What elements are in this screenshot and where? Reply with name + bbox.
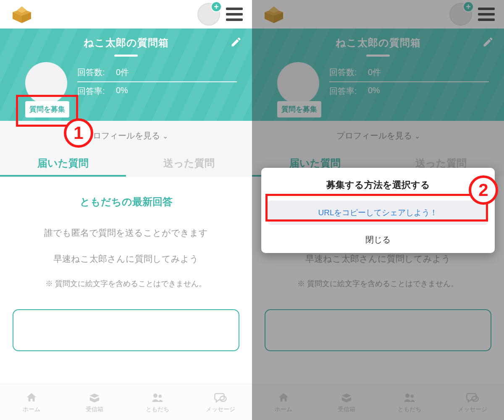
friends-icon	[150, 391, 165, 404]
body-text: 誰でも匿名で質問を送ることができます 早速ねこ太郎さんに質問してみよう ※ 質問…	[0, 224, 252, 300]
svg-point-4	[153, 394, 158, 398]
share-method-modal: 募集する方法を選択する URLをコピーしてシェアしよう！ 閉じる	[261, 168, 495, 253]
profile-avatar[interactable]	[25, 62, 67, 104]
bottom-nav: ホーム 受信箱 ともだち メッセージ	[0, 384, 252, 420]
hero-divider	[114, 55, 138, 57]
friends-latest-title: ともだちの最新回答	[0, 177, 252, 224]
answers-label: 回答数:	[77, 67, 110, 78]
nav-message[interactable]: メッセージ	[189, 384, 252, 420]
app-logo-icon[interactable]	[9, 4, 34, 25]
plus-icon: +	[211, 1, 222, 12]
home-icon	[24, 391, 39, 404]
question-tabs: 届いた質問 送った質問	[0, 151, 252, 177]
edit-icon[interactable]	[230, 36, 242, 50]
chevron-down-icon: ⌄	[163, 133, 168, 140]
rate-label: 回答率:	[77, 86, 110, 97]
question-input[interactable]	[13, 309, 239, 351]
profile-hero: ねこ太郎の質問箱 回答数:0件 回答率:0% 質問を募集	[0, 29, 252, 121]
tab-sent[interactable]: 送った質問	[126, 151, 252, 177]
modal-title: 募集する方法を選択する	[268, 179, 488, 191]
phone-screen-right: + ねこ太郎の質問箱 回答数:0件 回答率:0% 質問を募集 プロフィールを見る…	[252, 0, 504, 420]
stats: 回答数:0件 回答率:0%	[77, 64, 242, 99]
answers-value: 0件	[116, 67, 129, 78]
inbox-icon	[87, 391, 102, 404]
nav-inbox[interactable]: 受信箱	[63, 384, 126, 420]
view-profile-link[interactable]: プロフィールを見る⌄	[0, 121, 252, 151]
hero-title: ねこ太郎の質問箱	[10, 36, 242, 50]
modal-close-button[interactable]: 閉じる	[268, 234, 488, 245]
nav-friends[interactable]: ともだち	[126, 384, 189, 420]
tab-received[interactable]: 届いた質問	[0, 151, 126, 177]
topbar: +	[0, 0, 252, 29]
avatar-add-button[interactable]: +	[197, 3, 220, 26]
svg-point-5	[159, 394, 162, 398]
svg-point-6	[220, 396, 226, 402]
menu-icon[interactable]	[226, 8, 243, 21]
nav-home[interactable]: ホーム	[0, 384, 63, 420]
phone-screen-left: + ねこ太郎の質問箱 回答数:0件 回答率:0% 質問を募集 1 プロフィールを…	[0, 0, 252, 420]
message-icon	[213, 391, 228, 404]
rate-value: 0%	[116, 86, 128, 97]
recruit-questions-button[interactable]: 質問を募集	[25, 101, 69, 117]
copy-url-button[interactable]: URLをコピーしてシェアしよう！	[268, 201, 488, 225]
